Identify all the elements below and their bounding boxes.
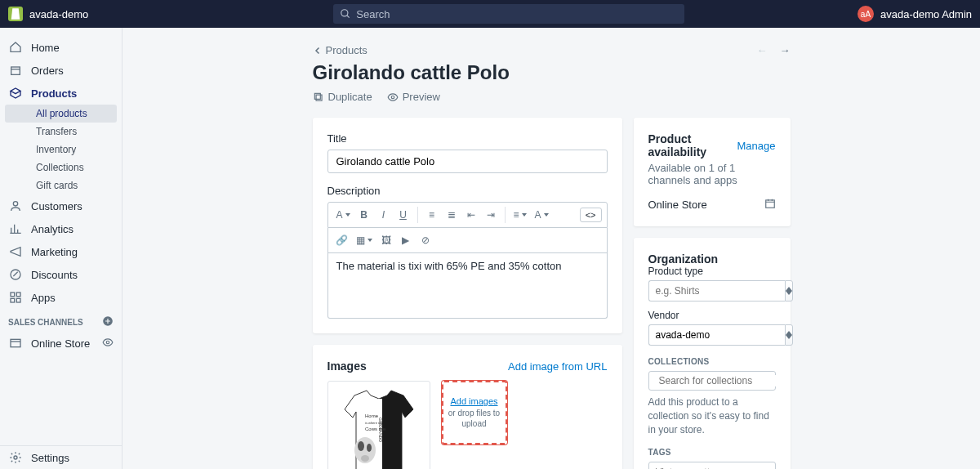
sidebar-item-online-store[interactable]: Online Store	[0, 332, 122, 355]
online-store-icon	[8, 336, 23, 351]
sidebar-item-marketing[interactable]: Marketing	[0, 240, 122, 263]
preview-button[interactable]: Preview	[387, 91, 440, 103]
collections-search[interactable]	[648, 371, 776, 391]
sidebar: Home Orders Products All products Transf…	[0, 28, 122, 469]
html-view-button[interactable]: <>	[580, 208, 602, 222]
next-product-button[interactable]: →	[780, 44, 791, 56]
sidebar-item-apps[interactable]: Apps	[0, 286, 122, 309]
breadcrumb-back[interactable]: Products	[313, 44, 368, 56]
avatar: aA	[858, 6, 874, 22]
svg-text:Home: Home	[365, 413, 379, 418]
add-image-url-link[interactable]: Add image from URL	[508, 360, 607, 373]
product-image-thumb[interactable]: GIROLANDO Home is where my Cows are	[327, 381, 430, 469]
manage-availability-link[interactable]: Manage	[737, 140, 776, 152]
underline-button[interactable]: U	[394, 206, 412, 224]
vendor-dropdown-button[interactable]	[785, 324, 793, 346]
availability-heading: Product availability	[648, 132, 737, 159]
chevron-down-icon	[786, 291, 792, 295]
outdent-button[interactable]: ⇤	[462, 206, 480, 224]
svg-point-11	[106, 341, 109, 344]
organization-card: Organization Product type Vendor	[634, 238, 791, 469]
subnav-gift-cards[interactable]: Gift cards	[5, 176, 117, 194]
preview-icon	[387, 92, 399, 103]
svg-text:Cows are: Cows are	[365, 427, 386, 431]
calendar-icon[interactable]	[764, 198, 776, 212]
title-label: Title	[327, 132, 608, 145]
product-image: GIROLANDO Home is where my Cows are	[338, 389, 420, 469]
prev-product-button[interactable]: ←	[757, 44, 768, 56]
sidebar-item-products[interactable]: Products	[0, 82, 122, 105]
description-label: Description	[327, 185, 608, 197]
sidebar-item-label: Online Store	[31, 337, 102, 350]
svg-point-15	[391, 96, 394, 99]
add-images-link[interactable]: Add images	[450, 396, 497, 406]
svg-rect-14	[314, 93, 320, 99]
availability-subtext: Available on 1 of 1 channels and apps	[648, 162, 776, 186]
sidebar-item-label: Products	[31, 87, 77, 100]
sidebar-item-home[interactable]: Home	[0, 36, 122, 59]
clear-format-button[interactable]: ⊘	[416, 231, 434, 249]
sidebar-item-label: Settings	[31, 452, 69, 464]
title-input[interactable]	[327, 150, 608, 173]
product-type-input[interactable]	[648, 280, 785, 302]
subnav-all-products[interactable]: All products	[5, 105, 117, 123]
collections-heading: COLLECTIONS	[648, 357, 776, 366]
duplicate-button[interactable]: Duplicate	[313, 91, 372, 103]
product-type-label: Product type	[648, 266, 776, 277]
svg-point-23	[367, 444, 372, 452]
chevron-left-icon	[313, 46, 323, 56]
action-label: Duplicate	[328, 91, 372, 103]
numbered-list-button[interactable]: ≣	[443, 206, 461, 224]
pagination-arrows: ← →	[757, 44, 791, 56]
channel-name: Online Store	[648, 199, 707, 211]
vendor-input[interactable]	[648, 324, 785, 346]
view-store-icon[interactable]	[102, 337, 114, 351]
sidebar-item-settings[interactable]: Settings	[0, 446, 122, 469]
customers-icon	[8, 199, 23, 213]
svg-line-1	[347, 16, 350, 18]
gear-icon	[8, 450, 23, 465]
analytics-icon	[8, 221, 23, 236]
collections-search-input[interactable]	[659, 375, 782, 386]
sidebar-item-discounts[interactable]: Discounts	[0, 263, 122, 286]
sidebar-item-orders[interactable]: Orders	[0, 59, 122, 82]
global-search[interactable]: Search	[333, 4, 684, 24]
subnav-collections[interactable]: Collections	[5, 159, 117, 176]
main-content: Products ← → Girolando cattle Polo Dupli…	[122, 28, 980, 469]
svg-rect-7	[11, 298, 15, 302]
bold-button[interactable]: B	[355, 206, 373, 224]
subnav-transfers[interactable]: Transfers	[5, 123, 117, 141]
shopify-logo-icon	[8, 7, 23, 21]
store-name[interactable]: avada-demo	[29, 8, 88, 20]
tags-input[interactable]	[648, 462, 776, 469]
bullet-list-button[interactable]: ≡	[423, 206, 441, 224]
add-channel-icon[interactable]	[102, 315, 114, 328]
image-button[interactable]: 🖼	[377, 231, 395, 249]
svg-rect-10	[11, 339, 20, 346]
font-family-button[interactable]: A	[333, 206, 354, 224]
subnav-inventory[interactable]: Inventory	[5, 141, 117, 159]
link-button[interactable]: 🔗	[333, 231, 351, 249]
product-type-dropdown-button[interactable]	[785, 280, 793, 302]
description-editor[interactable]: The material is tixi with 65% PE and 35%…	[327, 253, 608, 319]
sidebar-item-analytics[interactable]: Analytics	[0, 217, 122, 240]
organization-heading: Organization	[648, 252, 776, 266]
action-label: Preview	[403, 91, 440, 103]
indent-button[interactable]: ⇥	[482, 206, 500, 224]
sidebar-item-customers[interactable]: Customers	[0, 194, 122, 217]
vendor-label: Vendor	[648, 310, 776, 321]
sales-channels-heading: SALES CHANNELS	[0, 309, 122, 332]
breadcrumb-label: Products	[326, 44, 368, 56]
rte-toolbar-row2: 🔗 ▦ 🖼 ▶ ⊘	[327, 228, 608, 253]
image-dropzone[interactable]: Add images or drop files to upload	[442, 381, 507, 444]
sidebar-item-label: Discounts	[31, 269, 78, 281]
discounts-icon	[8, 267, 23, 282]
align-button[interactable]: ≡	[510, 206, 530, 224]
video-button[interactable]: ▶	[397, 231, 415, 249]
table-button[interactable]: ▦	[353, 231, 376, 249]
marketing-icon	[8, 244, 23, 259]
text-color-button[interactable]: A	[532, 206, 552, 224]
italic-button[interactable]: I	[375, 206, 393, 224]
user-menu[interactable]: aA avada-demo Admin	[858, 6, 972, 22]
search-placeholder: Search	[356, 8, 390, 20]
